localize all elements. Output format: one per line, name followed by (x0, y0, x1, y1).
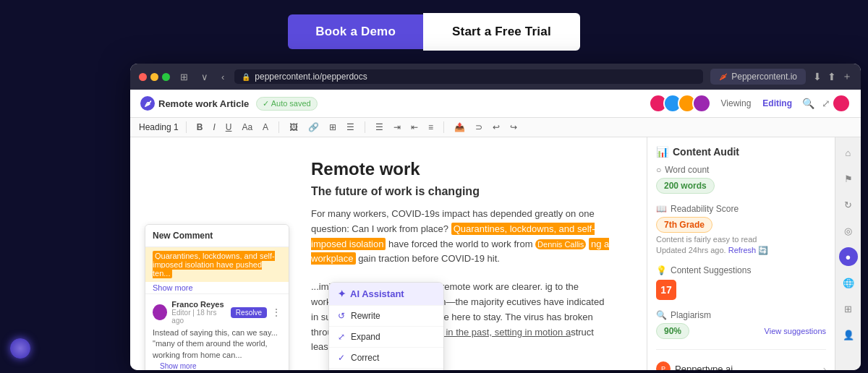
book-demo-button[interactable]: Book a Demo (288, 14, 423, 49)
word-count-label: ○ Word count (656, 165, 826, 175)
refresh-link[interactable]: Refresh (728, 246, 757, 254)
main-content: 🌶 Remote work Article ✓ Auto saved Viewi… (130, 90, 861, 370)
document-title: Remote work (311, 159, 610, 179)
show-more-2[interactable]: Show more (153, 361, 281, 370)
right-bar-globe-icon[interactable]: 🌐 (839, 273, 858, 292)
list-btn[interactable]: ≡ (425, 121, 436, 134)
editor-topbar: 🌶 Remote work Article ✓ Auto saved Viewi… (130, 90, 861, 118)
align-left-btn[interactable]: ☰ (373, 121, 386, 134)
mode-buttons: Viewing Editing (717, 97, 796, 110)
chevron-down-icon[interactable]: ∨ (198, 70, 211, 84)
suggestions-count-badge: 17 (656, 280, 676, 300)
readability-updated: Updated 24hrs ago. Refresh 🔄 (656, 246, 826, 255)
table-btn[interactable]: ⊞ (326, 121, 339, 134)
right-bar-flag-icon[interactable]: ⚑ (839, 169, 858, 188)
minimize-button[interactable] (150, 73, 158, 81)
editing-mode-btn[interactable]: Editing (758, 97, 796, 110)
image-btn[interactable]: 🖼 (286, 121, 301, 134)
peppertype-row[interactable]: P Peppertype.ai › (656, 357, 826, 370)
right-bar-bell-icon[interactable]: ◎ (839, 221, 858, 240)
correct-icon: ✓ (338, 353, 345, 363)
share-icon[interactable]: ⬆ (827, 71, 836, 82)
share-btn[interactable]: ⊃ (472, 121, 485, 134)
ai-expand-item[interactable]: ⤢ Expand (329, 326, 443, 347)
plagiarism-icon: 🔍 (656, 310, 667, 320)
editor-area: 🌶 Remote work Article ✓ Auto saved Viewi… (130, 90, 861, 370)
new-tab-icon[interactable]: ＋ (842, 70, 852, 83)
comment-options-icon[interactable]: ⋮ (271, 306, 281, 318)
editor-body: New Comment Quarantines, lockdowns, and … (130, 137, 861, 370)
bold-btn[interactable]: B (194, 121, 206, 134)
word-count-badge: 200 words (656, 178, 715, 194)
code-btn[interactable]: ☰ (344, 121, 357, 134)
ai-correct-item[interactable]: ✓ Correct (329, 347, 443, 368)
ai-menu-title: AI Assistant (350, 288, 404, 299)
right-bar-home-icon[interactable]: ⌂ (839, 143, 858, 162)
undo-btn[interactable]: ↩ (490, 121, 503, 134)
highlighted-text: Quarantines, lockdowns, and self-imposed… (153, 251, 275, 278)
formatting-toolbar: Heading 1 B I U Aa A 🖼 🔗 ⊞ ☰ ☰ ⇥ ⇤ ≡ 📤 ⊃ (130, 118, 861, 137)
suggestions-icon: 💡 (656, 265, 667, 275)
browser-tab[interactable]: 🌶 Peppercontent.io (710, 69, 806, 85)
rewrite-icon: ↺ (338, 311, 345, 321)
right-bar-refresh-icon[interactable]: ↻ (839, 195, 858, 214)
heading-select[interactable]: Heading 1 (139, 122, 179, 132)
expand-icon[interactable]: ⤢ (822, 98, 830, 109)
address-bar[interactable]: 🔒 peppercontent.io/pepperdocs (234, 69, 703, 84)
plagiarism-row: 90% View suggestions (656, 323, 826, 339)
back-icon[interactable]: ‹ (218, 70, 227, 84)
comment-text: Instead of saying this, can we say... "m… (153, 327, 281, 361)
editor-left-info: 🌶 Remote work Article ✓ Auto saved (140, 96, 318, 111)
suggestions-metric: 💡 Content Suggestions 17 (656, 265, 826, 300)
outdent-btn[interactable]: ⇤ (408, 121, 421, 134)
sidebar-divider (656, 349, 826, 350)
indent-btn[interactable]: ⇥ (391, 121, 404, 134)
avatar-4 (692, 94, 711, 113)
close-button[interactable] (139, 73, 147, 81)
address-text: peppercontent.io/pepperdocs (255, 72, 367, 82)
ai-rewrite-item[interactable]: ↺ Rewrite (329, 305, 443, 326)
dennis-tag: Dennis Callis (535, 239, 586, 249)
color-btn[interactable]: A (260, 121, 271, 134)
lock-icon: 🔒 (242, 73, 250, 81)
right-bar-user-icon[interactable]: 👤 (839, 325, 858, 344)
view-suggestions-link[interactable]: View suggestions (765, 327, 826, 335)
document-area[interactable]: New Comment Quarantines, lockdowns, and … (130, 137, 647, 370)
redo-btn[interactable]: ↪ (507, 121, 520, 134)
comment-highlight-text: Quarantines, lockdowns, and self-imposed… (145, 247, 289, 282)
word-count-metric: ○ Word count 200 words (656, 165, 826, 194)
upload-btn[interactable]: 📤 (451, 121, 468, 134)
toolbar-separator-3 (365, 121, 365, 133)
auto-saved-badge: ✓ Auto saved (256, 97, 318, 111)
correct-label: Correct (351, 353, 379, 363)
ai-menu-header: ✦ AI Assistant (329, 283, 443, 305)
glow-orb (10, 338, 30, 359)
document-body: For many workers, COVID-19s impact has d… (311, 207, 610, 267)
viewing-mode-btn[interactable]: Viewing (717, 97, 756, 110)
aa-btn[interactable]: Aa (239, 121, 255, 134)
window-layout-icon[interactable]: ⊞ (177, 70, 191, 84)
right-bar-grid-icon[interactable]: ⊞ (839, 299, 858, 318)
maximize-button[interactable] (162, 73, 170, 81)
editor-logo: 🌶 Remote work Article (140, 96, 249, 111)
ai-context-menu: ✦ AI Assistant ↺ Rewrite ⤢ Expand ✓ (328, 282, 444, 370)
traffic-lights (139, 73, 170, 81)
download-icon[interactable]: ⬇ (813, 71, 822, 82)
toolbar-separator-1 (186, 121, 187, 133)
commenter-name: Franco Reyes (171, 300, 226, 309)
search-icon[interactable]: 🔍 (802, 98, 814, 109)
link-btn[interactable]: 🔗 (305, 121, 322, 134)
user-avatar (832, 94, 851, 113)
start-trial-button[interactable]: Start a Free Trial (423, 13, 580, 51)
resolve-button[interactable]: Resolve (231, 307, 267, 318)
show-more-1[interactable]: Show more (145, 282, 289, 293)
expand-label: Expand (351, 332, 380, 342)
suggestions-label: 💡 Content Suggestions (656, 265, 826, 275)
plagiarism-label: 🔍 Plagiarism (656, 310, 826, 320)
right-bar-active-icon[interactable]: ● (839, 247, 858, 266)
ai-expand-heading-item[interactable]: ⊞ Expand Heading (329, 368, 443, 370)
underline-btn[interactable]: U (223, 121, 235, 134)
italic-btn[interactable]: I (210, 121, 218, 134)
plagiarism-metric: 🔍 Plagiarism 90% View suggestions (656, 310, 826, 339)
word-count-icon: ○ (656, 165, 661, 175)
